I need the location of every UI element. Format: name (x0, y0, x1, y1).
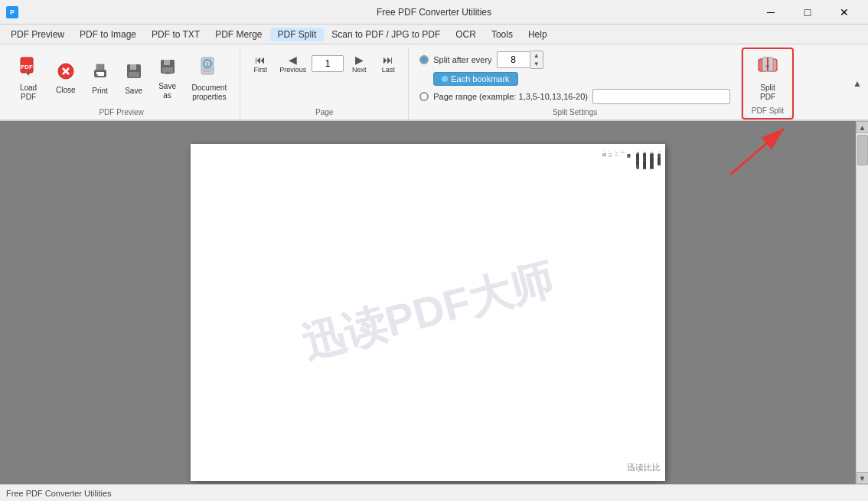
next-icon: ▶ (355, 54, 364, 66)
ribbon-group-split-settings: Split after every ▲ ▼ Each bookmark (409, 47, 742, 120)
menu-tools[interactable]: Tools (484, 28, 520, 41)
ribbon-group-label-page: Page (315, 108, 333, 118)
app-icon: P (6, 6, 18, 18)
svg-text:i: i (207, 61, 208, 67)
each-bookmark-label: Each bookmark (451, 74, 509, 84)
title-bar-left: P (6, 6, 18, 18)
next-label: Next (352, 66, 367, 74)
first-label: First (253, 66, 267, 74)
logo-bottom-right: 迅读比比 (627, 462, 661, 473)
app-title: Free PDF Converter Utilities (377, 7, 491, 18)
document-properties-icon: i (200, 56, 218, 82)
split-settings-content: Split after every ▲ ▼ Each bookmark (415, 49, 735, 106)
ribbon-collapse-area: ▲ (850, 47, 865, 120)
print-button[interactable]: Print (84, 51, 116, 106)
menu-pdf-split[interactable]: PDF Split (270, 28, 325, 41)
ribbon-preview-buttons: PDF ▼ LoadPDF Close (9, 49, 233, 108)
split-pdf-label: SplitPDF (760, 84, 775, 102)
minimize-button[interactable]: ─ (753, 0, 788, 25)
save-button[interactable]: Save (118, 51, 150, 106)
previous-button[interactable]: ◀ Previous (276, 52, 310, 75)
ribbon-group-label-split-settings: Split Settings (553, 108, 597, 118)
last-icon: ⏭ (383, 54, 393, 66)
pdf-preview-area: 方弁前言一、二、三、四、 本文系统介绍了相关的基础知识及应用技术，分析了各种情况… (0, 121, 856, 484)
title-bar: P Free PDF Converter Utilities ─ □ ✕ (0, 0, 868, 25)
previous-label: Previous (279, 66, 306, 74)
split-action-content: ✂ SplitPDF (745, 51, 791, 106)
svg-text:✂: ✂ (765, 64, 770, 69)
page-range-label: Page range (example: 1,3,5-10,13,16-20) (433, 92, 588, 101)
print-label: Print (92, 87, 108, 96)
pdf-col-2: 本文系统介绍了相关的基础知识及应用技术，分析了各种情况下的处理方法，总结了实践中… (635, 150, 639, 457)
ribbon-group-label-split-action: PDF Split (752, 106, 784, 116)
svg-text:▼: ▼ (26, 71, 31, 77)
menu-ocr[interactable]: OCR (448, 28, 484, 41)
split-pdf-button[interactable]: ✂ SplitPDF (745, 51, 791, 106)
ribbon-group-label-preview: PDF Preview (99, 108, 143, 118)
status-text: Free PDF Converter Utilities (6, 489, 112, 498)
nav-top-row: ⏮ First ◀ Previous ▶ Next ⏭ Last (246, 52, 402, 75)
each-bookmark-row: Each bookmark (419, 72, 730, 86)
ribbon-group-page: ⏮ First ◀ Previous ▶ Next ⏭ Last Page (240, 47, 409, 120)
page-range-input[interactable] (592, 89, 730, 104)
close-button-ribbon[interactable]: Close (49, 51, 83, 106)
close-button[interactable]: ✕ (827, 0, 862, 25)
pdf-col-3: 根据多年的研究积累与实践探索，结合现代技术手段，对相关领域的问题进行了深入分析，… (641, 150, 646, 457)
pdf-page-content: 方弁前言一、二、三、四、 本文系统介绍了相关的基础知识及应用技术，分析了各种情况… (191, 144, 665, 481)
split-after-row: Split after every ▲ ▼ (419, 51, 730, 69)
split-after-radio[interactable] (419, 55, 429, 64)
page-range-row: Page range (example: 1,3,5-10,13,16-20) (419, 89, 730, 104)
ribbon: PDF ▼ LoadPDF Close (0, 44, 868, 121)
ribbon-group-split-action: ✂ SplitPDF PDF Split (742, 47, 794, 120)
document-properties-button[interactable]: i Documentproperties (185, 51, 234, 106)
first-button[interactable]: ⏮ First (246, 52, 274, 75)
svg-text:as: as (165, 70, 169, 75)
pdf-col-1: 方弁前言一、二、三、四、 (602, 150, 632, 475)
spin-buttons: ▲ ▼ (530, 51, 543, 69)
save-as-icon: as (158, 57, 177, 80)
load-pdf-label: LoadPDF (20, 84, 37, 102)
document-properties-label: Documentproperties (192, 84, 227, 102)
menu-bar: PDF Preview PDF to Image PDF to TXT PDF … (0, 25, 868, 44)
svg-rect-14 (164, 60, 170, 65)
spin-up-button[interactable]: ▲ (530, 51, 543, 60)
menu-pdf-to-txt[interactable]: PDF to TXT (144, 28, 207, 41)
status-bar: Free PDF Converter Utilities (0, 484, 868, 501)
pdf-col-5: 综合分析表明，该技术方案具有较高的理论价值和应用前景，对于推动相关行业的发展具有… (656, 150, 661, 457)
scrollbar-down-button[interactable]: ▼ (857, 472, 869, 484)
menu-pdf-preview[interactable]: PDF Preview (3, 28, 72, 41)
load-pdf-button[interactable]: PDF ▼ LoadPDF (9, 51, 47, 106)
svg-rect-9 (96, 74, 98, 76)
scrollbar-up-button[interactable]: ▲ (857, 121, 869, 133)
content-area: 方弁前言一、二、三、四、 本文系统介绍了相关的基础知识及应用技术，分析了各种情况… (0, 121, 868, 484)
svg-rect-8 (96, 64, 104, 70)
svg-text:PDF: PDF (21, 64, 33, 70)
spin-down-button[interactable]: ▼ (530, 60, 543, 68)
svg-rect-12 (129, 72, 139, 77)
save-as-button[interactable]: as Saveas (152, 51, 184, 106)
close-icon (57, 63, 74, 84)
close-label: Close (56, 86, 76, 95)
menu-pdf-to-image[interactable]: PDF to Image (72, 28, 144, 41)
ribbon-collapse-button[interactable]: ▲ (853, 78, 862, 89)
menu-scan-to-pdf[interactable]: Scan to PDF / JPG to PDF (324, 28, 448, 41)
menu-pdf-merge[interactable]: PDF Merge (207, 28, 269, 41)
save-as-label: Saveas (158, 82, 176, 100)
ribbon-group-pdf-preview: PDF ▼ LoadPDF Close (3, 47, 240, 120)
page-range-radio[interactable] (419, 92, 429, 101)
menu-help[interactable]: Help (520, 28, 555, 41)
each-bookmark-button[interactable]: Each bookmark (433, 72, 517, 86)
last-button[interactable]: ⏭ Last (374, 52, 402, 75)
split-number-input[interactable] (497, 51, 530, 68)
vertical-scrollbar: ▲ ▼ (856, 121, 868, 484)
page-number-input[interactable] (312, 55, 344, 72)
pdf-page: 方弁前言一、二、三、四、 本文系统介绍了相关的基础知识及应用技术，分析了各种情况… (191, 144, 665, 481)
scrollbar-thumb[interactable] (857, 135, 868, 165)
title-bar-controls: ─ □ ✕ (753, 0, 862, 25)
pdf-col-4: 在理论研究的基础上，通过大量实验验证了所提方法的有效性，取得了良好的实验结果，证… (648, 150, 653, 457)
bookmark-dot (442, 76, 448, 82)
next-button[interactable]: ▶ Next (345, 52, 373, 75)
maximize-button[interactable]: □ (790, 0, 825, 25)
print-icon (91, 62, 109, 85)
split-pdf-icon: ✂ (757, 56, 778, 82)
